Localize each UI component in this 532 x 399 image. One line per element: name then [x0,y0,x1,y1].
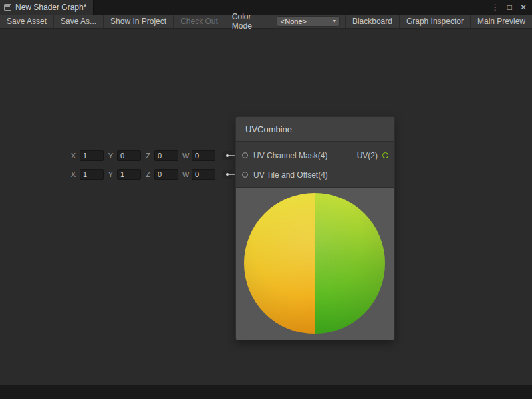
input-port-label: UV Channel Mask(4) [253,151,327,160]
tab-title: New Shader Graph* [15,3,86,12]
color-mode-dropdown[interactable]: <None> ▾ [277,16,340,27]
graph-inspector-button[interactable]: Graph Inspector [399,15,470,28]
save-asset-button[interactable]: Save Asset [0,15,54,28]
x-label: X [70,152,76,160]
shader-graph-toolbar: Save Asset Save As... Show In Project Ch… [0,15,532,29]
output-port-label: UV(2) [357,151,378,160]
node-title[interactable]: UVCombine [236,117,394,142]
vector4-input-row-1: X Y Z W [66,150,232,162]
z-label: Z [145,152,151,160]
color-mode-group: Color Mode <None> ▾ [225,15,345,28]
z-field[interactable] [154,150,178,161]
menu-icon[interactable]: ⋮ [487,0,503,15]
check-out-button: Check Out [174,15,225,28]
input-port-uv-tile-and-offset: UV Tile and Offset(4) [236,165,346,184]
preview-sphere-right-half [315,193,385,334]
input-port-icon[interactable] [242,152,248,158]
main-preview-button[interactable]: Main Preview [470,15,532,28]
node-ports: UV Channel Mask(4) UV Tile and Offset(4)… [236,142,394,187]
preview-sphere [244,193,385,334]
node-preview [236,187,394,340]
z-label: Z [145,170,151,178]
y-label: Y [108,170,114,178]
x-label: X [70,170,76,178]
y-field[interactable] [117,150,141,161]
x-field[interactable] [80,169,104,180]
status-bar [0,385,532,399]
y-label: Y [108,152,114,160]
uvcombine-node[interactable]: UVCombine UV Channel Mask(4) UV Tile and… [236,117,394,340]
input-ports: UV Channel Mask(4) UV Tile and Offset(4) [236,142,346,187]
output-port-icon[interactable] [382,152,388,158]
w-field[interactable] [192,169,215,180]
blackboard-button[interactable]: Blackboard [345,15,399,28]
y-field[interactable] [117,169,141,180]
close-icon[interactable]: ✕ [516,0,532,15]
color-mode-value: <None> [281,17,307,25]
input-port-label: UV Tile and Offset(4) [253,170,328,180]
chevron-down-icon: ▾ [331,17,338,26]
output-port-uv: UV(2) [346,146,388,165]
shader-graph-icon [4,4,11,11]
preview-sphere-left-half [244,193,315,334]
save-as-button[interactable]: Save As... [54,15,104,28]
color-mode-label: Color Mode [232,12,272,31]
window-controls: ⋮ □ ✕ [487,0,532,15]
output-ports: UV(2) [346,142,394,187]
z-field[interactable] [154,169,178,180]
w-label: W [182,152,188,160]
input-port-uv-channel-mask: UV Channel Mask(4) [236,146,346,165]
w-label: W [182,170,188,178]
show-in-project-button[interactable]: Show In Project [104,15,174,28]
w-field[interactable] [192,150,215,161]
input-port-icon[interactable] [242,172,248,178]
tab-shader-graph[interactable]: New Shader Graph* [0,0,94,15]
vector4-input-row-2: X Y Z W [66,168,232,180]
maximize-icon[interactable]: □ [503,0,516,15]
x-field[interactable] [80,150,104,161]
